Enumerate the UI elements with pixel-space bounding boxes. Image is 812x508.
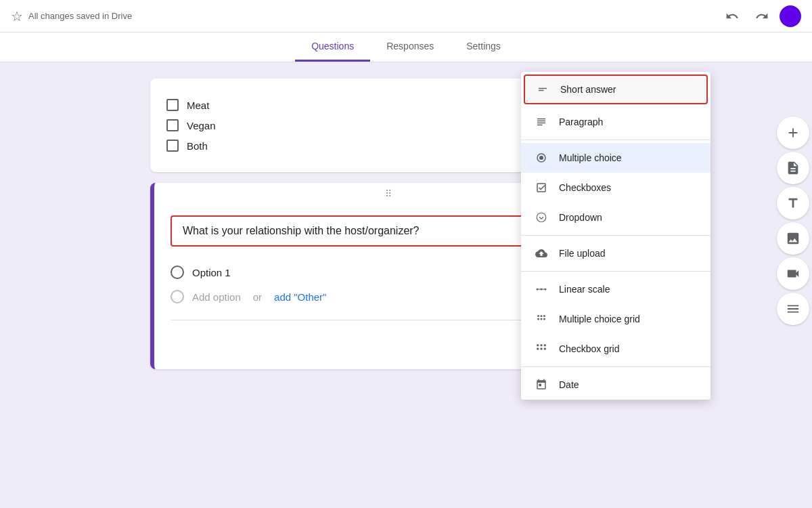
divider-4 [521, 366, 710, 367]
checkboxes-label: Checkboxes [559, 182, 611, 193]
add-section-button[interactable] [777, 293, 809, 325]
dropdown-item-short-answer[interactable]: Short answer [524, 75, 708, 104]
tabs-bar: Questions Responses Settings [0, 33, 812, 62]
svg-rect-15 [544, 344, 546, 346]
dropdown-icon [535, 211, 548, 224]
checkbox-grid-icon [535, 342, 548, 356]
saved-status: All changes saved in Drive [28, 11, 132, 21]
svg-point-10 [537, 318, 539, 320]
dropdown-item-file-upload[interactable]: File upload [521, 238, 710, 268]
linear-scale-icon [535, 282, 548, 296]
dropdown-label: Dropdown [559, 212, 602, 223]
svg-point-11 [541, 318, 543, 320]
question-type-dropdown: Short answer Paragraph Multiple choice [521, 72, 710, 400]
divider-2 [521, 235, 710, 236]
checkbox-vegan-label: Vegan [187, 120, 216, 131]
file-upload-icon [535, 247, 548, 260]
add-title-button[interactable] [777, 187, 809, 219]
linear-scale-label: Linear scale [559, 284, 610, 295]
or-separator: or [253, 291, 262, 303]
checkboxes-icon [535, 181, 548, 194]
divider-1 [521, 140, 710, 140]
svg-rect-16 [537, 348, 539, 350]
radio-option1[interactable] [171, 266, 184, 279]
dropdown-item-multiple-choice[interactable]: Multiple choice [521, 143, 710, 173]
dropdown-item-checkboxes[interactable]: Checkboxes [521, 173, 710, 203]
option-1-label: Option 1 [192, 267, 231, 278]
multiple-choice-grid-label: Multiple choice grid [559, 314, 640, 324]
svg-rect-13 [537, 344, 539, 346]
svg-point-9 [543, 315, 545, 317]
add-video-button[interactable] [777, 257, 809, 290]
short-answer-label: Short answer [560, 84, 616, 95]
header-left: ☆ All changes saved in Drive [11, 8, 132, 24]
header: ☆ All changes saved in Drive [0, 0, 812, 33]
date-icon [535, 378, 548, 391]
svg-point-7 [537, 315, 539, 317]
import-question-button[interactable] [777, 152, 809, 184]
add-image-button[interactable] [777, 222, 809, 255]
redo-button[interactable] [750, 4, 774, 28]
undo-button[interactable] [720, 4, 744, 28]
multiple-choice-icon [535, 151, 548, 165]
dropdown-item-paragraph[interactable]: Paragraph [521, 107, 710, 137]
paragraph-icon [535, 115, 548, 129]
dropdown-item-multiple-choice-grid[interactable]: Multiple choice grid [521, 304, 710, 334]
right-sidebar [774, 62, 812, 504]
dropdown-item-linear-scale[interactable]: Linear scale [521, 274, 710, 304]
drag-handle-icon: ⠿ [385, 188, 393, 199]
dropdown-item-dropdown[interactable]: Dropdown [521, 203, 710, 232]
checkbox-meat-label: Meat [187, 100, 209, 111]
divider-3 [521, 271, 710, 272]
tab-responses[interactable]: Responses [370, 33, 450, 62]
svg-rect-18 [544, 348, 546, 350]
multiple-choice-label: Multiple choice [559, 152, 622, 163]
header-icons [720, 4, 801, 28]
checkbox-vegan[interactable] [166, 119, 179, 131]
tab-questions[interactable]: Questions [295, 33, 370, 62]
svg-rect-17 [541, 348, 543, 350]
file-upload-label: File upload [559, 248, 606, 259]
avatar[interactable] [780, 5, 801, 27]
svg-rect-14 [541, 344, 543, 346]
paragraph-label: Paragraph [559, 117, 603, 127]
checkbox-both[interactable] [166, 140, 179, 152]
date-label: Date [559, 379, 579, 390]
checkbox-both-label: Both [187, 140, 208, 152]
svg-point-8 [541, 315, 543, 317]
dropdown-item-checkbox-grid[interactable]: Checkbox grid [521, 334, 710, 364]
add-other-link[interactable]: add "Other" [274, 291, 326, 303]
tab-settings[interactable]: Settings [450, 33, 517, 62]
add-option-label[interactable]: Add option [192, 291, 241, 303]
dropdown-item-date[interactable]: Date [521, 370, 710, 400]
short-answer-icon [536, 83, 549, 96]
star-icon[interactable]: ☆ [11, 8, 23, 24]
svg-point-1 [539, 156, 543, 160]
multiple-choice-grid-icon [535, 312, 548, 326]
svg-point-12 [543, 318, 545, 320]
radio-add-option [171, 290, 184, 303]
add-question-button[interactable] [777, 117, 809, 149]
checkbox-meat[interactable] [166, 99, 179, 111]
main-area: Meat Vegan Both ⠿ What is your relations… [0, 62, 812, 504]
checkbox-grid-label: Checkbox grid [559, 343, 620, 354]
question-text: What is your relationship with the host/… [183, 225, 420, 236]
